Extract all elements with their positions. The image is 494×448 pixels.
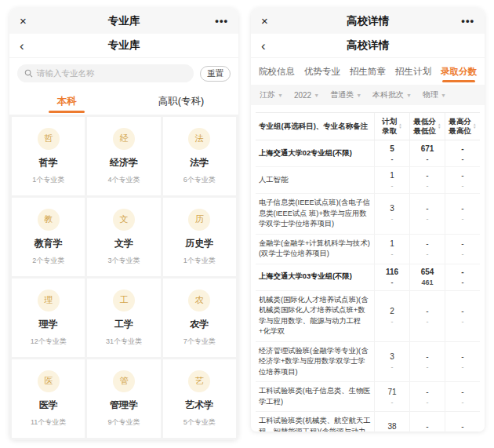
table-row-group03[interactable]: 上海交通大学03专业组(不限) 116- 654461 -- (256, 264, 480, 291)
category-card-guanlixue[interactable]: 管 管理学 9个专业类 (87, 359, 160, 438)
category-card-wenxue[interactable]: 文 文学 3个专业类 (87, 198, 160, 276)
category-count: 4个专业类 (107, 175, 140, 185)
category-count: 5个专业类 (183, 417, 216, 428)
category-card-yixue[interactable]: 医 医学 11个专业类 (12, 359, 85, 438)
degree-level-tabs: 本科 高职(专科) (9, 88, 238, 115)
category-count: 11个专业类 (31, 417, 66, 428)
major-name: 机械类(国际化人才培养试点班)(含机械类国际化人才培养试点班+数学与应用数学、能… (256, 291, 374, 341)
min-cell: -- (409, 194, 445, 234)
header-max-sort[interactable]: 最高分最高位 ▲▼ (445, 113, 480, 140)
max-cell: -- (445, 412, 480, 432)
category-card-yishuxue[interactable]: 艺 艺术学 5个专业类 (163, 359, 236, 438)
category-count: 2个专业类 (32, 256, 64, 266)
category-count: 9个专业类 (107, 417, 140, 428)
category-card-jingjixue[interactable]: 经 经济学 4个专业类 (87, 117, 160, 195)
category-card-jiaoyuxue[interactable]: 教 教育学 2个专业类 (12, 198, 85, 276)
left-page-title: 专业库 (9, 38, 238, 53)
category-card-nongxue[interactable]: 农 农学 7个专业类 (163, 279, 236, 357)
left-navbar: × 专业库 ••• (9, 8, 238, 34)
filter-province[interactable]: 江苏▼ (260, 89, 283, 100)
tab-luqufenshu[interactable]: 录取分数 (441, 59, 477, 85)
plan-cell: 5- (374, 140, 409, 166)
plan-cell: 1- (374, 235, 409, 264)
detail-tabs: 院校信息 优势专业 招生简章 招生计划 录取分数 (251, 58, 485, 85)
tab-gaozhi[interactable]: 高职(专科) (124, 88, 238, 115)
table-row[interactable]: 经济管理试验班(金融学等专业)(含经济学+数学与应用数学双学士学位培养项目) 3… (256, 342, 480, 383)
filter-subject[interactable]: 物理▼ (423, 89, 446, 100)
major-name: 上海交通大学02专业组(不限) (256, 140, 374, 166)
category-name: 农学 (190, 318, 209, 331)
header-plan-sort[interactable]: 计划录取 ▲▼ (374, 113, 409, 140)
more-menu-icon[interactable]: ••• (215, 15, 228, 27)
category-count: 1个专业类 (32, 175, 64, 185)
table-row[interactable]: 工科试验班类(机械类、航空航天工程、智慧能源工程)(含能源与动力工程+化学双学士… (256, 412, 480, 432)
header-major-name: 专业组(再选科目)、专业名称备注 (256, 113, 374, 140)
screenshot-stage: × 专业库 ••• ‹ 专业库 请输入专业名称 重置 本科 高职(专科) 哲 哲… (0, 0, 494, 448)
more-menu-icon[interactable]: ••• (461, 15, 474, 27)
chevron-down-icon: ▼ (356, 93, 361, 98)
category-card-faxue[interactable]: 法 法学 6个专业类 (163, 117, 236, 195)
category-count: 12个专业类 (31, 337, 67, 347)
tab-zhaoshengjianzhang[interactable]: 招生简章 (350, 59, 386, 85)
sort-icon: ▲▼ (473, 123, 476, 130)
filter-batch[interactable]: 本科批次▼ (372, 89, 412, 100)
max-cell: -- (445, 342, 480, 382)
max-cell: -- (445, 140, 480, 166)
tab-benke[interactable]: 本科 (9, 88, 124, 115)
major-name: 上海交通大学03专业组(不限) (256, 264, 374, 290)
max-cell: -- (445, 235, 480, 264)
close-icon[interactable]: × (20, 14, 27, 27)
chevron-down-icon: ▼ (314, 93, 319, 98)
tab-yuanxiaoxinxi[interactable]: 院校信息 (259, 59, 295, 85)
major-name: 人工智能 (256, 167, 374, 193)
search-input[interactable]: 请输入专业名称 (17, 64, 194, 82)
back-icon[interactable]: ‹ (261, 39, 266, 53)
major-name: 金融学(金融学+计算机科学与技术)(双学士学位培养项目) (256, 235, 374, 264)
filter-year[interactable]: 2022▼ (294, 91, 319, 100)
table-row[interactable]: 机械类(国际化人才培养试点班)(含机械类国际化人才培养试点班+数学与应用数学、能… (256, 291, 480, 342)
category-grid: 哲 哲学 1个专业类 经 经济学 4个专业类 法 法学 6个专业类 教 教育学 … (9, 115, 238, 440)
category-icon: 农 (188, 290, 210, 311)
min-cell: -- (409, 412, 445, 432)
right-subheader: ‹ 高校详情 (251, 34, 485, 58)
category-count: 1个专业类 (183, 256, 216, 266)
tab-youshizhuanye[interactable]: 优势专业 (304, 59, 340, 85)
category-count: 31个专业类 (106, 337, 142, 347)
category-card-gongxue[interactable]: 工 工学 31个专业类 (87, 279, 160, 357)
table-row[interactable]: 工科试验班类(电子信息类、生物医学工程) 71- -- -- (256, 382, 480, 412)
reset-button[interactable]: 重置 (200, 66, 231, 82)
table-row-group02[interactable]: 上海交通大学02专业组(不限) 5- 671- -- (256, 140, 480, 167)
category-icon: 理 (38, 290, 60, 311)
filter-type[interactable]: 普通类▼ (330, 89, 361, 100)
table-row[interactable]: 电子信息类(IEEE试点班)(含电子信息类(IEEE试点 班)+数学与应用数学双… (256, 194, 480, 235)
category-name: 工学 (114, 318, 133, 331)
chevron-down-icon: ▼ (441, 93, 446, 98)
category-card-lishixue[interactable]: 历 历史学 1个专业类 (163, 198, 236, 276)
category-card-lixue[interactable]: 理 理学 12个专业类 (12, 279, 85, 357)
chevron-down-icon: ▼ (278, 93, 283, 98)
university-detail-screen: × 高校详情 ••• ‹ 高校详情 院校信息 优势专业 招生简章 招生计划 录取… (251, 8, 485, 432)
category-card-zhexue[interactable]: 哲 哲学 1个专业类 (12, 117, 85, 195)
min-cell: -- (409, 235, 445, 264)
category-icon: 文 (113, 209, 135, 231)
left-nav-title: 专业库 (9, 14, 238, 28)
table-row[interactable]: 人工智能 1- -- -- (256, 167, 480, 194)
table-row[interactable]: 金融学(金融学+计算机科学与技术)(双学士学位培养项目) 1- -- -- (256, 235, 480, 264)
header-min-sort[interactable]: 最低分最低位 ▲▼ (409, 113, 445, 140)
search-placeholder: 请输入专业名称 (37, 68, 95, 79)
filter-bar: 江苏▼ 2022▼ 普通类▼ 本科批次▼ 物理▼ (251, 85, 485, 105)
tab-zhaoshengjihua[interactable]: 招生计划 (395, 59, 431, 85)
category-name: 经济学 (110, 156, 138, 169)
max-cell: -- (445, 167, 480, 193)
table-header: 专业组(再选科目)、专业名称备注 计划录取 ▲▼ 最低分最低位 ▲▼ 最高分最高… (256, 112, 480, 140)
back-icon[interactable]: ‹ (20, 39, 24, 53)
plan-cell: 2- (374, 291, 409, 341)
category-icon: 法 (188, 128, 210, 150)
search-row: 请输入专业名称 重置 (9, 58, 238, 88)
category-icon: 历 (188, 209, 210, 231)
close-icon[interactable]: × (261, 14, 268, 27)
right-nav-title: 高校详情 (251, 14, 485, 28)
major-name: 经济管理试验班(金融学等专业)(含经济学+数学与应用数学双学士学位培养项目) (256, 342, 374, 382)
major-library-screen: × 专业库 ••• ‹ 专业库 请输入专业名称 重置 本科 高职(专科) 哲 哲… (9, 8, 238, 440)
category-name: 法学 (190, 156, 209, 169)
